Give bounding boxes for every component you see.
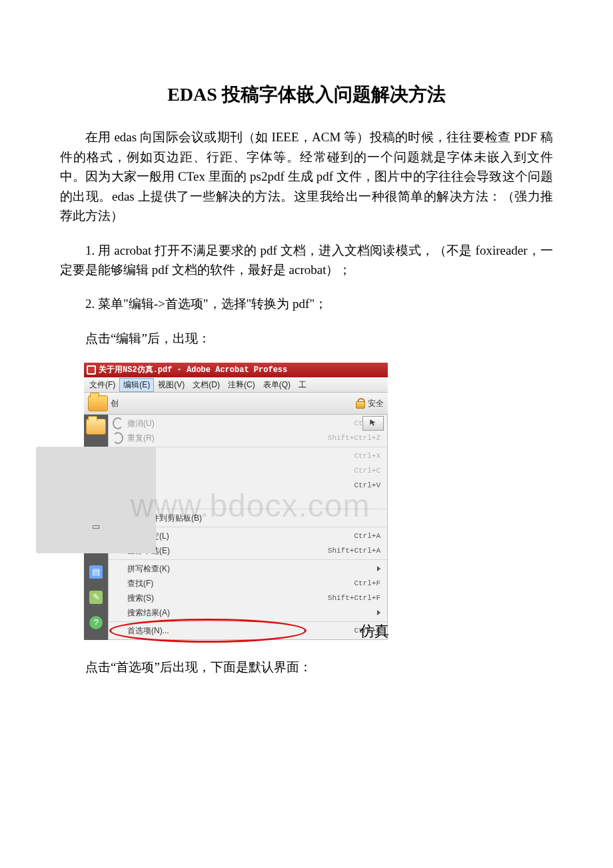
menu-item-preferences[interactable]: 首选项(N)... Ctrl+K <box>109 623 387 638</box>
open-folder-icon[interactable] <box>86 419 106 435</box>
window-titlebar: 关于用NS2仿真.pdf - Adobe Acrobat Profess <box>84 363 388 377</box>
menu-document[interactable]: 文档(D) <box>189 379 224 391</box>
page-thumbnails-icon[interactable]: ▭ <box>36 447 156 553</box>
create-pdf-label: 创 <box>111 397 119 410</box>
paragraph-note1: 点击“编辑”后，出现： <box>60 329 553 348</box>
create-pdf-button[interactable]: 创 <box>88 395 119 411</box>
signature-icon[interactable]: ✎ <box>89 591 103 604</box>
submenu-arrow-icon <box>377 610 380 615</box>
menu-comment[interactable]: 注释(C) <box>224 379 259 391</box>
cursor-icon <box>368 419 378 428</box>
menu-item-search[interactable]: 搜索(S) Shift+Ctrl+F <box>109 591 387 605</box>
menu-item-find[interactable]: 查找(F) Ctrl+F <box>109 576 387 591</box>
select-tool-button[interactable] <box>362 416 384 431</box>
main-toolbar: 创 安全 <box>84 393 388 415</box>
menu-edit[interactable]: 编辑(E) <box>119 378 154 392</box>
menu-item-spellcheck[interactable]: 拼写检查(K) <box>109 561 387 576</box>
create-pdf-icon <box>88 395 108 411</box>
help-icon[interactable]: ? <box>89 616 103 629</box>
secure-button[interactable]: 安全 <box>354 397 384 410</box>
document-page: EDAS 投稿字体嵌入问题解决方法 在用 edas 向国际会议或期刊（如 IEE… <box>0 0 613 868</box>
menu-view[interactable]: 视图(V) <box>154 379 189 391</box>
left-nav-panel: ▭ ▤ ✎ ? <box>84 415 108 640</box>
paragraph-note2: 点击“首选项”后出现，下面是默认界面： <box>60 657 553 677</box>
submenu-arrow-icon <box>377 566 380 571</box>
window-title: 关于用NS2仿真.pdf - Adobe Acrobat Profess <box>99 364 287 377</box>
redo-icon <box>113 433 123 443</box>
app-body: ▭ ▤ ✎ ? 撤消(U) Ctrl+Z 重复(R) Shift+Ctrl+Z <box>84 415 388 640</box>
acrobat-app-icon <box>87 365 96 375</box>
paragraph-step2: 2. 菜单"编辑->首选项"，选择"转换为 pdf"； <box>60 294 553 313</box>
bookmarks-icon[interactable]: ▤ <box>89 565 103 579</box>
secure-label: 安全 <box>368 397 384 410</box>
menu-tool[interactable]: 工 <box>295 379 310 391</box>
menu-item-undo: 撤消(U) Ctrl+Z <box>109 416 387 431</box>
undo-icon <box>113 418 123 429</box>
menu-form[interactable]: 表单(Q) <box>259 379 295 391</box>
menubar: 文件(F) 编辑(E) 视图(V) 文档(D) 注释(C) 表单(Q) 工 <box>84 377 388 393</box>
document-fragment-label: 仿真 <box>360 620 389 643</box>
article-title: EDAS 投稿字体嵌入问题解决方法 <box>60 80 553 109</box>
lock-icon <box>354 398 365 409</box>
menu-file[interactable]: 文件(F) <box>85 379 119 391</box>
paragraph-intro: 在用 edas 向国际会议或期刊（如 IEEE，ACM 等）投稿的时候，往往要检… <box>60 127 553 225</box>
menu-item-redo: 重复(R) Shift+Ctrl+Z <box>109 431 387 445</box>
paragraph-step1: 1. 用 acrobat 打开不满足要求的 pdf 文档，进入文档阅读模式，（不… <box>60 241 553 280</box>
menu-item-search-results[interactable]: 搜索结果(A) <box>109 605 387 620</box>
acrobat-screenshot: 关于用NS2仿真.pdf - Adobe Acrobat Profess 文件(… <box>84 363 388 640</box>
